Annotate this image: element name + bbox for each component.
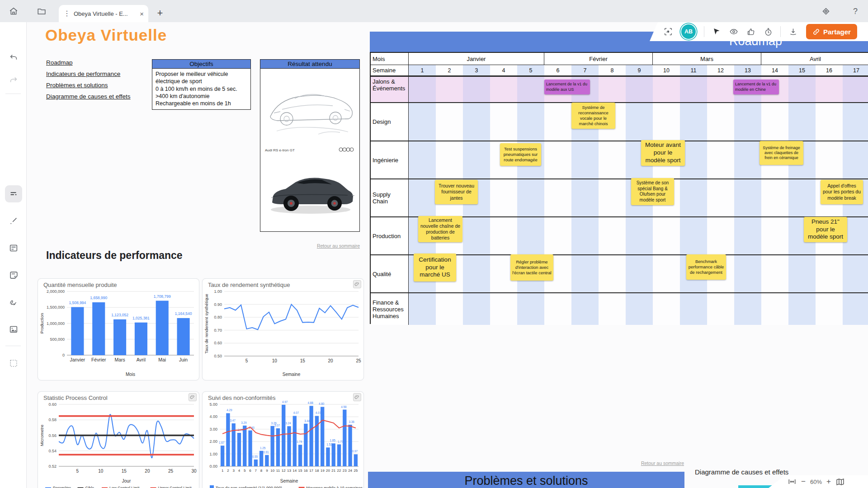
roadmap-cell[interactable] (653, 293, 680, 325)
roadmap-cell[interactable] (436, 293, 463, 325)
roadmap-cell[interactable] (599, 293, 626, 325)
roadmap-cell[interactable] (843, 255, 868, 292)
roadmap-cell[interactable] (707, 217, 734, 254)
roadmap-cell[interactable] (599, 141, 626, 178)
roadmap-cell[interactable] (571, 255, 599, 292)
roadmap-cell[interactable] (409, 141, 436, 178)
undo-button[interactable] (5, 49, 22, 66)
roadmap-cell[interactable] (680, 217, 707, 254)
zoom-in-button[interactable]: + (826, 477, 831, 486)
roadmap-cell[interactable] (816, 103, 843, 141)
chart-link-button[interactable] (189, 393, 197, 401)
chart-panel[interactable]: Suivi des non-conformités0.001.002.003.0… (202, 391, 364, 488)
chart-panel[interactable]: Quantité mensuelle produite0500,0001,000… (38, 278, 199, 380)
help-button[interactable]: ? (847, 3, 863, 19)
roadmap-cell[interactable] (734, 141, 761, 178)
roadmap-cell[interactable] (788, 77, 816, 102)
roadmap-cell[interactable] (761, 293, 788, 325)
image-tool-button[interactable] (5, 321, 22, 338)
text-tool-button[interactable] (5, 185, 22, 202)
hide-collaborators-button[interactable] (726, 24, 741, 39)
nav-link-3[interactable]: Diagramme de causes et effets (46, 93, 131, 100)
new-tab-button[interactable]: + (153, 6, 167, 20)
roadmap-cell[interactable] (761, 255, 788, 292)
roadmap-cell[interactable] (599, 217, 626, 254)
sticky-note[interactable]: Système de freinage avec claquettes de f… (760, 141, 803, 165)
roadmap-cell[interactable] (436, 77, 463, 102)
roadmap-cell[interactable] (734, 293, 761, 325)
roadmap-cell[interactable] (463, 77, 490, 102)
roadmap-cell[interactable] (517, 293, 544, 325)
roadmap-cell[interactable] (490, 217, 517, 254)
roadmap-cell[interactable] (544, 141, 571, 178)
sticky-note[interactable]: Benchmark performance câble de rechargem… (686, 254, 726, 280)
roadmap-cell[interactable] (463, 217, 490, 254)
sticky-note[interactable]: Test suspensions pneumatiques sur route … (500, 143, 541, 166)
roadmap-cell[interactable] (653, 103, 680, 141)
share-button[interactable]: Partager (806, 24, 857, 39)
sticky-note[interactable]: Pneus 21" pour le modèle sport (804, 217, 847, 242)
roadmap-cell[interactable] (517, 217, 544, 254)
fit-width-button[interactable] (788, 477, 797, 486)
line-tool-button[interactable] (5, 212, 22, 230)
roadmap-cell[interactable] (734, 217, 761, 254)
zoom-level[interactable]: 60% (810, 479, 822, 485)
nav-link-2[interactable]: Problèmes et solutions (46, 82, 131, 89)
roadmap-cell[interactable] (843, 77, 868, 102)
roadmap-cell[interactable] (761, 217, 788, 254)
roadmap-cell[interactable] (544, 103, 571, 141)
redo-button[interactable] (5, 72, 22, 89)
roadmap-cell[interactable] (490, 179, 517, 216)
roadmap-cell[interactable] (843, 141, 868, 178)
roadmap-cell[interactable] (490, 293, 517, 325)
roadmap-cell[interactable] (788, 179, 816, 216)
sticky-note[interactable]: Trouver nouveau fournisseur de jantes (435, 180, 478, 204)
sticky-note[interactable]: Régler problème d'interaction avec l'écr… (510, 254, 553, 281)
roadmap-cell[interactable] (626, 255, 653, 292)
roadmap-cell[interactable] (816, 77, 843, 102)
roadmap-cell[interactable] (490, 103, 517, 141)
roadmap-cell[interactable] (843, 293, 868, 325)
focus-mode-button[interactable] (660, 24, 676, 39)
back-to-summary-link-2[interactable]: Retour au sommaire (639, 460, 684, 466)
roadmap-cell[interactable] (788, 103, 816, 141)
roadmap-cell[interactable] (680, 77, 707, 102)
home-button[interactable] (5, 3, 22, 19)
roadmap-cell[interactable] (463, 141, 490, 178)
chart-panel[interactable]: Statistic Process Control0.520.540.560.5… (38, 391, 199, 488)
zoom-out-button[interactable]: − (801, 477, 806, 486)
roadmap-cell[interactable] (409, 103, 436, 141)
chart-link-button[interactable] (353, 393, 361, 401)
scribble-tool-button[interactable] (5, 294, 22, 311)
roadmap-cell[interactable] (843, 103, 868, 141)
sticky-note[interactable]: Certification pour le marché US (414, 253, 456, 282)
roadmap-cell[interactable] (707, 77, 734, 102)
sticky-note[interactable]: Système de son spécial Bang & Olufsen po… (631, 178, 674, 205)
roadmap-cell[interactable] (517, 103, 544, 141)
roadmap-cell[interactable] (409, 77, 436, 102)
sticky-note[interactable]: Appel d'offres pour les portes du modèle… (821, 180, 863, 204)
pointer-flag-button[interactable] (709, 24, 724, 39)
roadmap-cell[interactable] (409, 293, 436, 325)
roadmap-cell[interactable] (653, 255, 680, 292)
download-button[interactable] (785, 24, 801, 39)
roadmap-cell[interactable] (409, 179, 436, 216)
roadmap-cell[interactable] (761, 103, 788, 141)
resultat-attendu-box[interactable]: Résultat attendu Audi RS e-tron GT (260, 59, 360, 232)
roadmap-cell[interactable] (544, 179, 571, 216)
sticky-note[interactable]: Lancement nouvelle chaîne de production … (418, 216, 462, 242)
roadmap-cell[interactable] (680, 179, 707, 216)
roadmap-cell[interactable] (788, 255, 816, 292)
roadmap-cell[interactable] (599, 179, 626, 216)
roadmap-cell[interactable] (761, 179, 788, 216)
roadmap-cell[interactable] (599, 77, 626, 102)
roadmap-cell[interactable] (707, 103, 734, 141)
roadmap-cell[interactable] (463, 255, 490, 292)
roadmap-cell[interactable] (517, 77, 544, 102)
roadmap-cell[interactable] (599, 255, 626, 292)
roadmap-cell[interactable] (571, 179, 599, 216)
reactions-button[interactable] (743, 24, 759, 39)
roadmap-cell[interactable] (626, 103, 653, 141)
chart-panel[interactable]: Taux de rendement synthétique0.500.600.7… (202, 278, 364, 380)
chart-link-button[interactable] (353, 280, 361, 288)
